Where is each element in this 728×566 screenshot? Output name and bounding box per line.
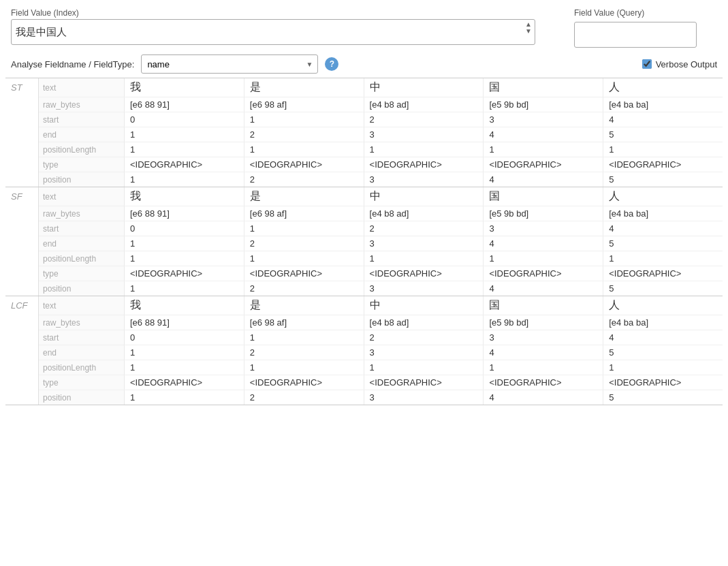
cell-ST-2-1: 1 <box>244 112 364 127</box>
row-LCF-start: start01234 <box>39 330 723 345</box>
cell-ST-1-0: [e6 88 91] <box>125 97 244 112</box>
cell-LCF-2-3: 3 <box>484 330 603 345</box>
row-label-ST-4: positionLength <box>39 142 125 157</box>
row-label-ST-5: type <box>39 157 125 172</box>
row-ST-type: type<IDEOGRAPHIC><IDEOGRAPHIC><IDEOGRAPH… <box>39 157 723 172</box>
cell-LCF-5-0: <IDEOGRAPHIC> <box>125 375 244 390</box>
cell-SF-3-1: 2 <box>244 236 364 251</box>
cell-LCF-4-4: 1 <box>603 360 723 375</box>
cell-SF-6-3: 4 <box>484 281 603 296</box>
cell-LCF-6-2: 3 <box>364 390 484 405</box>
cell-SF-4-3: 1 <box>484 251 603 266</box>
row-ST-start: start01234 <box>39 112 723 127</box>
cell-SF-0-4: 人 <box>603 187 723 206</box>
row-ST-raw_bytes: raw_bytes[e6 88 91][e6 98 af][e4 b8 ad][… <box>39 97 723 112</box>
cell-ST-3-1: 2 <box>244 127 364 142</box>
query-field-input[interactable] <box>574 22 697 48</box>
row-label-ST-2: start <box>39 112 125 127</box>
cell-LCF-5-3: <IDEOGRAPHIC> <box>484 375 603 390</box>
cell-SF-1-3: [e5 9b bd] <box>484 206 603 221</box>
cell-SF-2-3: 3 <box>484 221 603 236</box>
cell-LCF-0-3: 国 <box>484 296 603 315</box>
cell-ST-3-3: 4 <box>484 127 603 142</box>
analyse-label: Analyse Fieldname / FieldType: <box>11 59 134 69</box>
row-label-LCF-3: end <box>39 345 125 360</box>
query-field-label: Field Value (Query) <box>574 8 717 18</box>
row-LCF-position: position12345 <box>39 390 723 405</box>
cell-ST-5-2: <IDEOGRAPHIC> <box>364 157 484 172</box>
cell-LCF-0-2: 中 <box>364 296 484 315</box>
row-label-ST-3: end <box>39 127 125 142</box>
cell-ST-0-4: 人 <box>603 78 723 97</box>
cell-LCF-3-1: 2 <box>244 345 364 360</box>
cell-ST-4-3: 1 <box>484 142 603 157</box>
cell-LCF-5-2: <IDEOGRAPHIC> <box>364 375 484 390</box>
cell-SF-5-4: <IDEOGRAPHIC> <box>603 266 723 281</box>
cell-ST-4-4: 1 <box>603 142 723 157</box>
cell-ST-1-4: [e4 ba ba] <box>603 97 723 112</box>
section-LCF: LCFtext我是中国人raw_bytes[e6 88 91][e6 98 af… <box>5 296 723 405</box>
cell-LCF-2-2: 2 <box>364 330 484 345</box>
cell-LCF-5-4: <IDEOGRAPHIC> <box>603 375 723 390</box>
cell-ST-6-2: 3 <box>364 172 484 187</box>
cell-SF-0-2: 中 <box>364 187 484 206</box>
index-field-label: Field Value (Index) <box>11 8 547 18</box>
cell-ST-2-2: 2 <box>364 112 484 127</box>
cell-SF-4-1: 1 <box>244 251 364 266</box>
cell-LCF-5-1: <IDEOGRAPHIC> <box>244 375 364 390</box>
row-label-ST-6: position <box>39 172 125 187</box>
row-label-SF-2: start <box>39 221 125 236</box>
cell-ST-3-4: 5 <box>603 127 723 142</box>
row-label-SF-5: type <box>39 266 125 281</box>
cell-SF-4-0: 1 <box>125 251 244 266</box>
analyse-select-wrapper: name text keyword ▼ <box>141 54 318 74</box>
cell-LCF-2-4: 4 <box>603 330 723 345</box>
cell-LCF-1-1: [e6 98 af] <box>244 315 364 330</box>
row-SF-positionLength: positionLength11111 <box>39 251 723 266</box>
cell-LCF-4-0: 1 <box>125 360 244 375</box>
cell-SF-0-3: 国 <box>484 187 603 206</box>
cell-ST-4-0: 1 <box>125 142 244 157</box>
help-icon[interactable]: ? <box>325 57 338 71</box>
cell-LCF-3-2: 3 <box>364 345 484 360</box>
row-label-LCF-5: type <box>39 375 125 390</box>
cell-ST-1-3: [e5 9b bd] <box>484 97 603 112</box>
cell-SF-1-2: [e4 b8 ad] <box>364 206 484 221</box>
row-label-LCF-0: text <box>39 296 125 315</box>
row-LCF-raw_bytes: raw_bytes[e6 88 91][e6 98 af][e4 b8 ad][… <box>39 315 723 330</box>
cell-SF-2-4: 4 <box>603 221 723 236</box>
verbose-label: Verbose Output <box>656 59 717 69</box>
row-ST-end: end12345 <box>39 127 723 142</box>
section-label-SF: SF <box>5 187 38 296</box>
cell-SF-6-2: 3 <box>364 281 484 296</box>
cell-SF-5-2: <IDEOGRAPHIC> <box>364 266 484 281</box>
row-ST-position: position12345 <box>39 172 723 187</box>
analyse-select[interactable]: name text keyword <box>141 54 318 74</box>
cell-ST-1-2: [e4 b8 ad] <box>364 97 484 112</box>
index-field-input[interactable]: 我是中国人 ▲▼ <box>11 19 535 45</box>
cell-SF-6-4: 5 <box>603 281 723 296</box>
row-label-SF-1: raw_bytes <box>39 206 125 221</box>
cell-LCF-2-0: 0 <box>125 330 244 345</box>
cell-LCF-3-4: 5 <box>603 345 723 360</box>
scroll-arrows: ▲▼ <box>525 21 532 35</box>
cell-SF-3-2: 3 <box>364 236 484 251</box>
cell-LCF-3-0: 1 <box>125 345 244 360</box>
section-label-LCF: LCF <box>5 296 38 405</box>
cell-SF-4-2: 1 <box>364 251 484 266</box>
cell-LCF-6-3: 4 <box>484 390 603 405</box>
cell-ST-6-4: 5 <box>603 172 723 187</box>
cell-ST-6-3: 4 <box>484 172 603 187</box>
cell-SF-5-1: <IDEOGRAPHIC> <box>244 266 364 281</box>
row-label-ST-1: raw_bytes <box>39 97 125 112</box>
verbose-checkbox[interactable] <box>642 59 652 69</box>
row-label-SF-0: text <box>39 187 125 206</box>
row-label-ST-0: text <box>39 78 125 97</box>
section-label-ST: ST <box>5 78 38 187</box>
cell-LCF-1-4: [e4 ba ba] <box>603 315 723 330</box>
section-ST: STtext我是中国人raw_bytes[e6 88 91][e6 98 af]… <box>5 78 723 187</box>
row-ST-text: text我是中国人 <box>39 78 723 97</box>
cell-SF-5-0: <IDEOGRAPHIC> <box>125 266 244 281</box>
cell-LCF-3-3: 4 <box>484 345 603 360</box>
cell-LCF-4-3: 1 <box>484 360 603 375</box>
